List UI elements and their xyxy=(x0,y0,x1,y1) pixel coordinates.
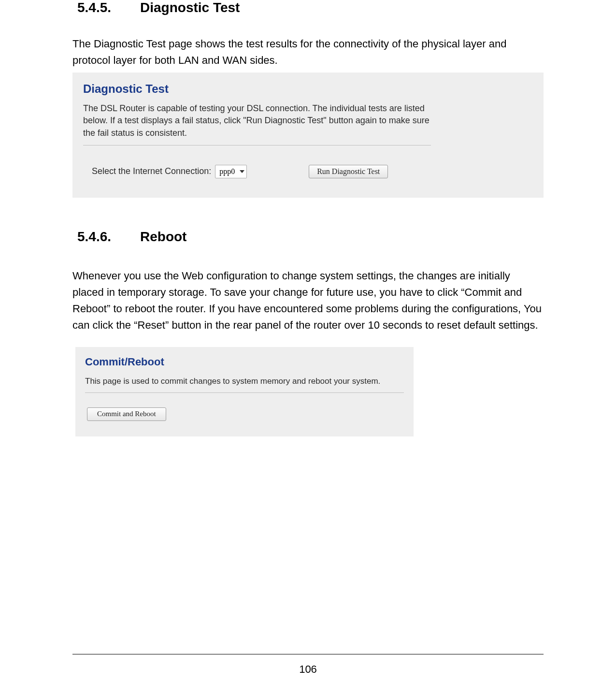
connection-select-label: Select the Internet Connection: xyxy=(92,166,211,176)
connection-select-value: ppp0 xyxy=(219,167,235,176)
commit-reboot-button[interactable]: Commit and Reboot xyxy=(87,407,166,421)
panel2-desc: This page is used to commit changes to s… xyxy=(85,375,404,393)
panel2-title: Commit/Reboot xyxy=(85,356,404,368)
run-diagnostic-button[interactable]: Run Diagnostic Test xyxy=(309,165,388,178)
commit-reboot-panel: Commit/Reboot This page is used to commi… xyxy=(75,347,414,436)
panel1-desc: The DSL Router is capable of testing you… xyxy=(83,102,431,145)
section-heading-diagnostic: 5.4.5.Diagnostic Test xyxy=(77,0,544,15)
page-number: 106 xyxy=(0,663,616,676)
chevron-down-icon xyxy=(240,170,244,173)
connection-select[interactable]: ppp0 xyxy=(215,165,247,178)
section-title: Diagnostic Test xyxy=(140,0,240,15)
footer-divider xyxy=(72,654,544,654)
section-num: 5.4.5. xyxy=(77,0,140,15)
panel1-controls: Select the Internet Connection: ppp0 Run… xyxy=(92,165,533,178)
panel1-title: Diagnostic Test xyxy=(83,82,533,96)
section-num: 5.4.6. xyxy=(77,229,140,245)
section-title: Reboot xyxy=(140,229,186,244)
section-heading-reboot: 5.4.6.Reboot xyxy=(77,229,544,245)
diagnostic-panel: Diagnostic Test The DSL Router is capabl… xyxy=(72,72,544,198)
section1-body: The Diagnostic Test page shows the test … xyxy=(72,36,544,69)
section2-body: Whenever you use the Web configuration t… xyxy=(72,268,544,334)
